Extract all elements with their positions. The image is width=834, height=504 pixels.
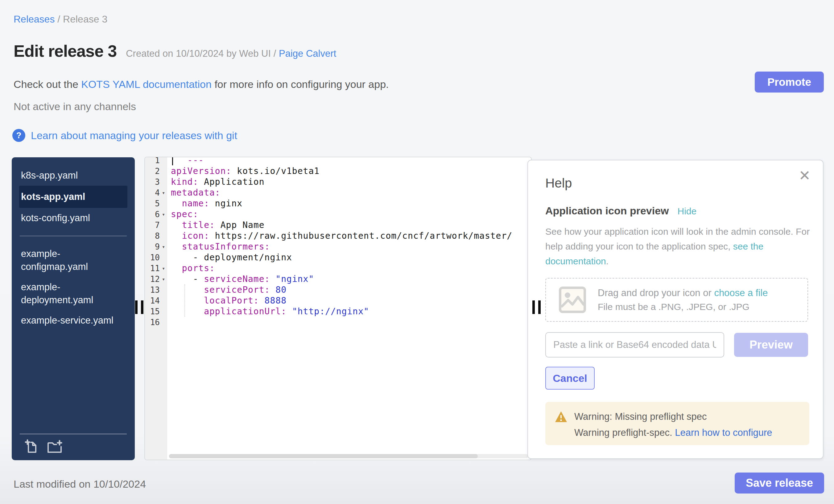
sidebar-item-kots-config-yaml[interactable]: kots-config.yaml — [19, 208, 127, 228]
icon-url-input[interactable] — [545, 332, 724, 357]
file-label: kots-config.yaml — [21, 212, 126, 224]
file-label: example- — [21, 247, 126, 260]
editor-code-area[interactable]: ---apiVersion: kots.io/v1beta1kind: Appl… — [171, 157, 531, 460]
sidebar-item-kots-app-yaml[interactable]: kots-app.yaml — [19, 186, 127, 208]
code-lines: ---apiVersion: kots.io/v1beta1kind: Appl… — [171, 157, 531, 328]
add-file-icon[interactable] — [25, 439, 39, 454]
file-label: example-service.yaml — [21, 314, 126, 327]
yaml-editor[interactable]: 1234▾56▾789▾1011▾12▾13141516 ---apiVersi… — [144, 157, 532, 460]
cancel-button[interactable]: Cancel — [545, 367, 595, 390]
learn-how-to-configure-link[interactable]: Learn how to configure — [675, 427, 772, 438]
description-text: See how your application icon will look … — [545, 226, 810, 251]
breadcrumb-releases-link[interactable]: Releases — [14, 14, 54, 25]
icon-preview-description: See how your application icon will look … — [545, 224, 811, 269]
created-line: Created on 10/10/2024 by Web UI / Paige … — [126, 48, 336, 59]
git-releases-link[interactable]: Learn about managing your releases with … — [31, 130, 237, 141]
help-title: Help — [545, 176, 808, 191]
editor-gutter: 1234▾56▾789▾1011▾12▾13141516 — [145, 157, 167, 460]
file-tree-sidebar: k8s-app.yaml kots-app.yaml kots-config.y… — [12, 157, 135, 460]
file-label: k8s-app.yaml — [21, 169, 126, 182]
text-cursor — [172, 157, 173, 165]
created-text: Created on 10/10/2024 by Web UI / — [126, 48, 276, 59]
image-placeholder-icon — [558, 286, 587, 314]
sidebar-item-example-service-yaml[interactable]: example-service.yaml — [19, 310, 127, 331]
last-modified-text: Last modified on 10/10/2024 — [14, 478, 146, 490]
preview-button[interactable]: Preview — [734, 333, 808, 357]
horizontal-scrollbar[interactable] — [169, 454, 528, 458]
channel-status: Not active in any channels — [14, 101, 136, 113]
preflight-warning-box: Warning: Missing preflight spec Warning … — [545, 402, 809, 445]
indent-guide — [184, 284, 185, 317]
title-row: Edit release 3 Created on 10/10/2024 by … — [14, 41, 336, 61]
docs-text-before: Check out the — [14, 78, 81, 90]
close-icon[interactable]: ✕ — [798, 169, 811, 182]
warning-icon — [554, 411, 568, 423]
breadcrumb-current: Release 3 — [63, 14, 107, 25]
sidebar-divider — [20, 236, 127, 236]
icon-dropzone[interactable]: Drag and drop your icon or choose a file… — [545, 278, 808, 322]
pane-resize-handle-left[interactable] — [135, 301, 144, 314]
sidebar-bottom-divider — [20, 434, 127, 434]
gutter-lines: 1234▾56▾789▾1011▾12▾13141516 — [145, 157, 167, 328]
file-label: kots-app.yaml — [21, 190, 126, 203]
file-label: example- — [21, 281, 126, 294]
docs-text-after: for more info on configuring your app. — [212, 78, 389, 90]
docs-line: Check out the KOTS YAML documentation fo… — [14, 78, 389, 90]
add-folder-icon[interactable] — [47, 439, 64, 454]
file-label: configmap.yaml — [21, 260, 126, 273]
horizontal-scrollbar-thumb[interactable] — [169, 454, 478, 458]
dropzone-text: Drag and drop your icon or choose a file — [598, 287, 768, 299]
choose-a-file-link[interactable]: choose a file — [714, 287, 768, 298]
breadcrumb-separator: / — [57, 14, 63, 25]
promote-button[interactable]: Promote — [755, 71, 824, 92]
help-panel: ✕ Help Application icon preview Hide See… — [527, 160, 824, 459]
warning-title: Warning: Missing preflight spec — [574, 411, 707, 422]
sidebar-item-k8s-app-yaml[interactable]: k8s-app.yaml — [19, 165, 127, 186]
breadcrumb: Releases / Release 3 — [14, 14, 107, 25]
created-author-link[interactable]: Paige Calvert — [279, 48, 336, 59]
icon-preview-title: Application icon preview — [545, 205, 669, 217]
icon-url-row: Preview — [545, 332, 808, 357]
sidebar-bottom-bar — [19, 434, 127, 454]
pane-resize-handle-right[interactable] — [532, 301, 541, 314]
dropzone-filetypes: File must be a .PNG, .JPEG, or .JPG — [598, 302, 768, 312]
warning-detail: Warning preflight-spec. Learn how to con… — [554, 427, 801, 438]
file-label: deployment.yaml — [21, 294, 126, 307]
save-release-button[interactable]: Save release — [735, 473, 824, 494]
git-help-row: ? Learn about managing your releases wit… — [12, 129, 237, 142]
sidebar-item-example-deployment-yaml[interactable]: example- deployment.yaml — [19, 277, 127, 310]
question-icon: ? — [12, 129, 25, 142]
kots-yaml-docs-link[interactable]: KOTS YAML documentation — [81, 78, 212, 90]
hide-link[interactable]: Hide — [678, 206, 697, 217]
icon-preview-section-header: Application icon preview Hide — [545, 205, 808, 217]
sidebar-item-example-configmap-yaml[interactable]: example- configmap.yaml — [19, 244, 127, 277]
page-title: Edit release 3 — [14, 41, 116, 61]
description-period: . — [606, 256, 609, 266]
